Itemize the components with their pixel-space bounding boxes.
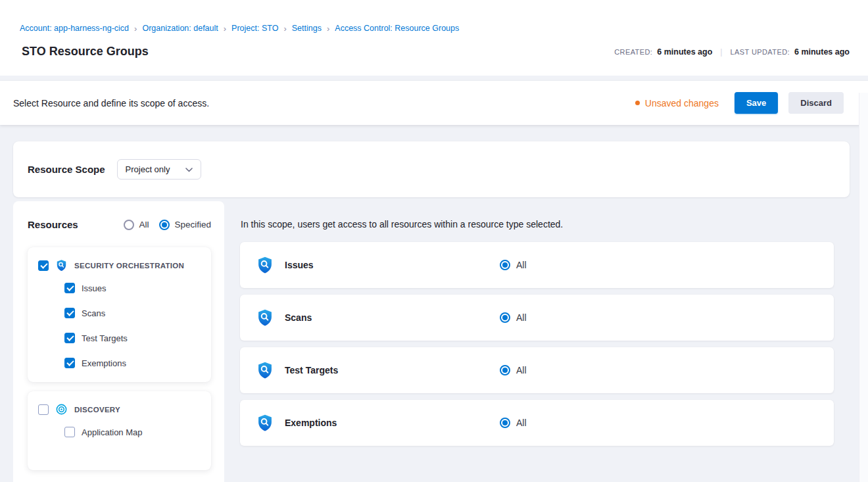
access-row-label: Test Targets	[285, 365, 500, 375]
shield-search-icon	[256, 308, 274, 327]
access-row-issues: Issues All	[240, 242, 834, 288]
chevron-right-icon: ›	[224, 24, 226, 33]
dot-icon	[635, 101, 640, 105]
breadcrumb: Account: app-harness-ng-cicd › Organizat…	[20, 24, 850, 33]
toolbar-actions: Unsaved changes Save Discard	[635, 92, 844, 114]
chevron-right-icon: ›	[283, 24, 286, 33]
access-level-control: All	[500, 418, 527, 428]
resources-header: Resources All Specified	[28, 219, 211, 230]
scrollbar-track[interactable]	[859, 93, 868, 482]
group-checkbox-checked[interactable]	[38, 260, 49, 271]
group-header: SECURITY ORCHESTRATION	[38, 256, 202, 276]
access-row-label: Exemptions	[285, 418, 500, 428]
group-name: DISCOVERY	[74, 406, 120, 414]
resource-item-test-targets: Test Targets	[38, 325, 202, 350]
radio-option-specified[interactable]: Specified	[159, 220, 211, 230]
radio-specified-label: Specified	[174, 220, 211, 229]
access-row-label: Issues	[285, 260, 500, 270]
item-checkbox-unchecked[interactable]	[64, 427, 75, 437]
resource-scope-select[interactable]: Project only	[117, 159, 201, 180]
resource-group-security-orchestration: SECURITY ORCHESTRATION Issues Scans Test…	[28, 247, 211, 382]
discard-button[interactable]: Discard	[788, 92, 844, 114]
resources-panel: Resources All Specified	[13, 201, 224, 482]
radio-selected-icon[interactable]	[500, 312, 510, 323]
radio-selected-icon[interactable]	[159, 220, 170, 230]
item-label: Test Targets	[82, 333, 128, 343]
resources-filter-radio-group: All Specified	[124, 220, 211, 230]
shield-search-icon	[256, 256, 274, 274]
radio-all-label: All	[139, 220, 149, 229]
item-label: Issues	[82, 283, 107, 293]
last-updated-value: 6 minutes ago	[794, 47, 850, 57]
shield-search-icon	[256, 414, 274, 432]
toolbar-description: Select Resource and define its scope of …	[13, 98, 209, 108]
item-checkbox-checked[interactable]	[64, 358, 75, 368]
access-row-test-targets: Test Targets All	[240, 347, 834, 393]
radio-selected-icon[interactable]	[500, 365, 510, 375]
last-updated-label: LAST UPDATED:	[731, 48, 790, 56]
group-header: DISCOVERY	[38, 400, 202, 420]
radio-selected-icon[interactable]	[500, 418, 510, 428]
unsaved-changes-label: Unsaved changes	[645, 98, 719, 108]
resource-item-exemptions: Exemptions	[38, 350, 202, 375]
breadcrumb-account-link[interactable]: Account: app-harness-ng-cicd	[20, 24, 129, 33]
item-checkbox-checked[interactable]	[64, 333, 75, 343]
timestamps: CREATED: 6 minutes ago | LAST UPDATED: 6…	[614, 47, 850, 57]
radio-option-all[interactable]: All	[124, 220, 149, 230]
access-level-control: All	[500, 365, 527, 375]
created-label: CREATED:	[614, 48, 652, 56]
access-scope-panel: In this scope, users get access to all r…	[240, 201, 850, 482]
divider: |	[720, 47, 722, 57]
shield-search-icon	[256, 361, 274, 379]
resource-group-discovery: DISCOVERY Application Map	[28, 391, 211, 470]
breadcrumb-organization-link[interactable]: Organization: default	[142, 24, 218, 33]
breadcrumb-project-link[interactable]: Project: STO	[231, 24, 278, 33]
main-content: Resource Scope Project only Resources Al…	[0, 125, 868, 482]
resources-title: Resources	[28, 219, 78, 230]
access-level-label: All	[516, 260, 527, 270]
chevron-down-icon	[185, 164, 193, 174]
item-label: Application Map	[82, 427, 143, 437]
page-header: Account: app-harness-ng-cicd › Organizat…	[0, 0, 868, 76]
resource-scope-card: Resource Scope Project only	[13, 141, 850, 197]
item-checkbox-checked[interactable]	[64, 308, 75, 318]
resource-item-application-map: Application Map	[38, 420, 202, 445]
access-level-label: All	[516, 312, 527, 323]
breadcrumb-resource-groups-link[interactable]: Access Control: Resource Groups	[335, 24, 459, 33]
access-level-control: All	[500, 260, 527, 270]
chevron-right-icon: ›	[327, 24, 329, 33]
breadcrumb-settings-link[interactable]: Settings	[292, 24, 322, 33]
item-label: Exemptions	[82, 358, 126, 368]
access-row-exemptions: Exemptions All	[240, 400, 834, 446]
access-row-label: Scans	[285, 312, 500, 323]
access-row-scans: Scans All	[240, 295, 834, 341]
resource-scope-label: Resource Scope	[28, 164, 105, 175]
resource-item-scans: Scans	[38, 301, 202, 325]
item-label: Scans	[82, 308, 105, 318]
group-name: SECURITY ORCHESTRATION	[74, 262, 184, 270]
action-toolbar: Select Resource and define its scope of …	[0, 81, 868, 125]
radio-selected-icon[interactable]	[500, 260, 510, 270]
chevron-right-icon: ›	[134, 24, 137, 33]
save-button[interactable]: Save	[735, 92, 778, 114]
resource-scope-selected-value: Project only	[126, 164, 170, 174]
content-columns: Resources All Specified	[13, 201, 850, 482]
group-checkbox-unchecked[interactable]	[38, 404, 49, 415]
access-level-control: All	[500, 312, 527, 323]
target-icon	[55, 403, 68, 416]
item-checkbox-checked[interactable]	[64, 283, 75, 293]
access-level-label: All	[516, 418, 527, 428]
access-scope-description: In this scope, users get access to all r…	[241, 219, 834, 229]
title-row: STO Resource Groups CREATED: 6 minutes a…	[20, 45, 850, 59]
unsaved-changes-indicator: Unsaved changes	[635, 98, 719, 108]
page-title: STO Resource Groups	[22, 45, 149, 59]
created-value: 6 minutes ago	[657, 47, 712, 57]
access-level-label: All	[516, 365, 527, 375]
shield-search-icon	[55, 259, 68, 272]
radio-unselected-icon[interactable]	[124, 220, 134, 230]
resource-item-issues: Issues	[38, 276, 202, 301]
